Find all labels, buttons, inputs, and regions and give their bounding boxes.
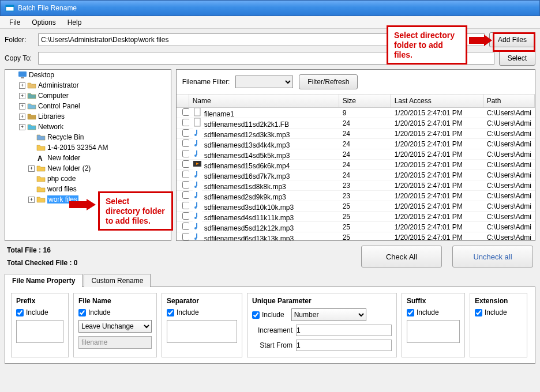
annotation-callout-tree: Select directory folder to add files. — [98, 191, 173, 231]
row-check[interactable] — [182, 212, 189, 220]
tab-filename-property[interactable]: File Name Property — [5, 274, 82, 287]
filter-refresh-button[interactable]: Filter/Refresh — [299, 74, 358, 89]
file-lastaccess: 1/20/2015 2:47:01 PM — [391, 212, 483, 221]
svg-rect-3 — [21, 77, 24, 78]
suffix-include-check[interactable] — [407, 309, 414, 316]
expand-icon[interactable]: + — [19, 82, 25, 89]
file-size: 23 — [339, 191, 391, 201]
col-name[interactable]: Name — [189, 95, 339, 107]
row-check[interactable] — [182, 202, 189, 209]
expand-icon[interactable]: + — [28, 197, 35, 203]
file-lastaccess: 1/20/2015 2:47:01 PM — [391, 223, 483, 232]
file-path: C:\Users\Admi — [483, 150, 535, 159]
row-check[interactable] — [182, 191, 189, 199]
separator-input[interactable] — [167, 320, 237, 343]
file-path: C:\Users\Admi — [483, 160, 535, 169]
file-size: 24 — [339, 119, 391, 128]
folder-icon — [36, 143, 46, 152]
expand-icon[interactable]: + — [19, 124, 25, 130]
tree-item-label: Recycle Bin — [47, 133, 84, 141]
file-path: C:\Users\Admi — [483, 212, 535, 221]
folder-label: Folder: — [5, 36, 33, 44]
menu-file[interactable]: File — [3, 17, 26, 28]
startfrom-label: Start From — [252, 341, 292, 349]
add-files-button[interactable]: Add Files — [489, 32, 535, 47]
row-check[interactable] — [182, 108, 189, 116]
annotation-arrow-top — [469, 35, 492, 46]
filename-include-label: Include — [88, 308, 111, 316]
row-check[interactable] — [182, 160, 189, 168]
svg-rect-12 — [196, 140, 197, 145]
unique-type-select[interactable]: Number — [291, 308, 366, 321]
tree-item-label: Desktop — [29, 71, 54, 79]
extension-include-check[interactable] — [475, 309, 482, 316]
tree-item-label: Network — [38, 123, 63, 131]
separator-include-check[interactable] — [167, 309, 174, 316]
filename-mode-select[interactable]: Leave Unchange — [78, 320, 152, 333]
prefix-input[interactable] — [16, 320, 63, 343]
group-separator: Separator Include — [162, 293, 242, 357]
tree-item[interactable]: +Control Panel — [7, 101, 171, 111]
file-size: 25 — [339, 233, 391, 241]
suffix-input[interactable] — [407, 320, 460, 343]
select-button[interactable]: Select — [499, 51, 535, 66]
file-lastaccess: 1/20/2015 2:47:01 PM — [391, 150, 483, 159]
menu-options[interactable]: Options — [26, 17, 61, 28]
file-path: C:\Users\Admi — [483, 140, 535, 149]
startfrom-input[interactable] — [296, 340, 392, 351]
row-check[interactable] — [182, 119, 189, 126]
tab-custom-rename[interactable]: Custom Rename — [84, 274, 151, 287]
row-check[interactable] — [182, 223, 189, 230]
check-all-button[interactable]: Check All — [361, 246, 442, 267]
expand-icon[interactable]: + — [28, 165, 35, 172]
titlebar: Batch File Rename — [0, 0, 540, 16]
expand-icon[interactable]: + — [19, 114, 25, 120]
filename-include-check[interactable] — [78, 309, 86, 316]
app-icon — [5, 3, 14, 13]
uncheck-all-button[interactable]: Uncheck all — [452, 246, 533, 267]
col-check[interactable] — [177, 95, 189, 107]
col-path[interactable]: Path — [483, 95, 535, 107]
svg-rect-20 — [196, 171, 197, 176]
file-lastaccess: 1/20/2015 2:47:01 PM — [391, 140, 483, 149]
file-size: 24 — [339, 140, 391, 149]
tree-item[interactable]: Desktop — [7, 70, 171, 80]
file-path: C:\Users\Admi — [483, 202, 535, 211]
tree-item[interactable]: ANew folder — [7, 153, 171, 163]
tree-item[interactable]: Recycle Bin — [7, 132, 171, 142]
list-body[interactable]: filename191/20/2015 2:47:01 PMC:\Users\A… — [177, 108, 535, 240]
tree-item[interactable]: 1-4-2015 32354 AM — [7, 142, 171, 153]
tree-item[interactable]: +New folder (2) — [7, 163, 171, 174]
row-check[interactable] — [182, 181, 189, 189]
file-lastaccess: 1/20/2015 2:47:01 PM — [391, 191, 483, 201]
table-row[interactable]: sdfilenamesd6sd13k13k.mp3251/20/2015 2:4… — [177, 232, 535, 240]
unique-include-check[interactable] — [252, 311, 260, 319]
file-path: C:\Users\Admi — [483, 233, 535, 241]
tree-item[interactable]: +Computer — [7, 91, 171, 101]
svg-rect-1 — [6, 5, 14, 7]
file-size: 9 — [339, 108, 391, 118]
file-path: C:\Users\Admi — [483, 181, 535, 190]
row-check[interactable] — [182, 129, 189, 137]
menu-help[interactable]: Help — [62, 17, 88, 28]
group-title-separator: Separator — [167, 297, 237, 305]
tree-item[interactable]: +Administrator — [7, 80, 171, 91]
tree-item[interactable]: php code — [7, 174, 171, 184]
svg-rect-32 — [196, 213, 197, 217]
tree-item[interactable]: +Libraries — [7, 111, 171, 122]
row-check[interactable] — [182, 150, 189, 157]
file-path: C:\Users\Admi — [483, 191, 535, 201]
filter-select[interactable] — [235, 76, 293, 88]
expand-icon[interactable]: + — [19, 103, 25, 110]
col-size[interactable]: Size — [339, 95, 391, 107]
group-title-extension: Extension — [475, 297, 522, 305]
row-check[interactable] — [182, 140, 189, 147]
file-size: 25 — [339, 212, 391, 221]
row-check[interactable] — [182, 233, 189, 240]
increment-input[interactable] — [296, 325, 392, 336]
expand-icon[interactable]: + — [19, 93, 25, 99]
row-check[interactable] — [182, 171, 189, 178]
col-lastaccess[interactable]: Last Access — [391, 95, 483, 107]
tree-item[interactable]: +Network — [7, 122, 171, 132]
prefix-include-check[interactable] — [16, 309, 24, 316]
